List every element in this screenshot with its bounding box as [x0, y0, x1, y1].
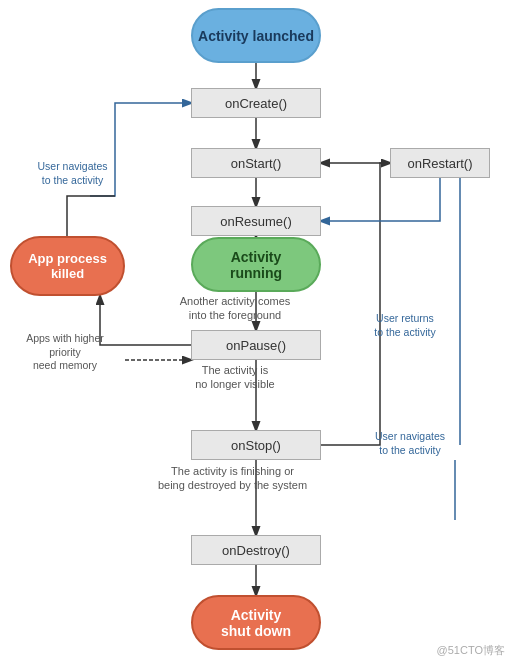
activity-shut-down-label: Activityshut down	[221, 607, 291, 639]
onpause-box: onPause()	[191, 330, 321, 360]
app-process-killed-label: App processkilled	[28, 251, 107, 281]
watermark-text: @51CTO博客	[437, 644, 505, 656]
onresume-label: onResume()	[220, 214, 292, 229]
oncreate-label: onCreate()	[225, 96, 287, 111]
ondestroy-box: onDestroy()	[191, 535, 321, 565]
activity-launched-label: Activity launched	[198, 28, 314, 44]
onpause-label: onPause()	[226, 338, 286, 353]
app-process-killed-state: App processkilled	[10, 236, 125, 296]
another-activity-text: Another activity comesinto the foregroun…	[180, 295, 291, 321]
onstart-box: onStart()	[191, 148, 321, 178]
activity-launched-state: Activity launched	[191, 8, 321, 63]
user-returns-text: User returnsto the activity	[374, 312, 435, 338]
annotation-no-longer-visible: The activity isno longer visible	[165, 363, 305, 392]
ondestroy-label: onDestroy()	[222, 543, 290, 558]
onresume-box: onResume()	[191, 206, 321, 236]
activity-running-label: Activityrunning	[230, 249, 282, 281]
no-longer-visible-text: The activity isno longer visible	[195, 364, 275, 390]
onstop-box: onStop()	[191, 430, 321, 460]
onstart-label: onStart()	[231, 156, 282, 171]
apps-higher-text: Apps with higher priorityneed memory	[26, 332, 104, 371]
annotation-another-activity: Another activity comesinto the foregroun…	[165, 294, 305, 323]
annotation-user-returns: User returnsto the activity	[355, 312, 455, 339]
finishing-text: The activity is finishing orbeing destro…	[158, 465, 307, 491]
oncreate-box: onCreate()	[191, 88, 321, 118]
annotation-user-navigates-top: User navigatesto the activity	[25, 160, 120, 187]
user-navigates-bottom-text: User navigatesto the activity	[375, 430, 445, 456]
user-navigates-top-text: User navigatesto the activity	[37, 160, 107, 186]
activity-running-state: Activityrunning	[191, 237, 321, 292]
onrestart-box: onRestart()	[390, 148, 490, 178]
annotation-finishing: The activity is finishing orbeing destro…	[155, 464, 310, 493]
lifecycle-diagram: Activity launched onCreate() onStart() o…	[0, 0, 513, 663]
annotation-user-navigates-bottom: User navigatesto the activity	[360, 430, 460, 457]
activity-shut-down-state: Activityshut down	[191, 595, 321, 650]
onrestart-label: onRestart()	[407, 156, 472, 171]
watermark: @51CTO博客	[437, 643, 505, 658]
onstop-label: onStop()	[231, 438, 281, 453]
annotation-apps-higher: Apps with higher priorityneed memory	[10, 332, 120, 373]
